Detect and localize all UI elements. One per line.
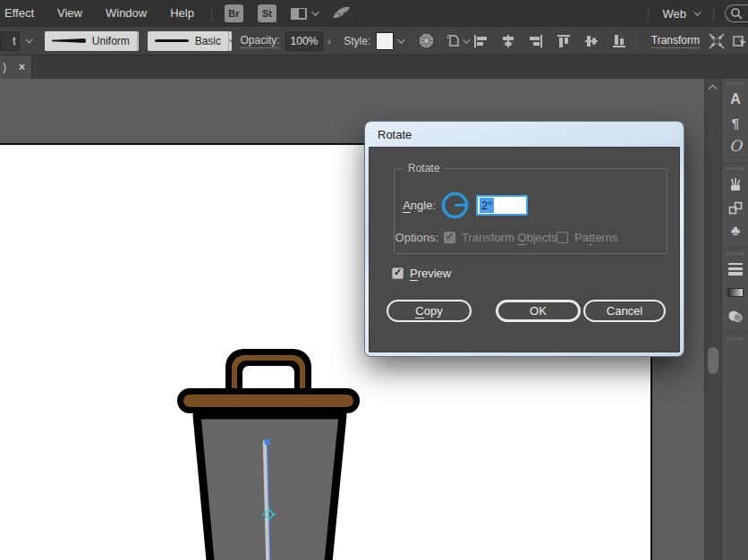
align-top-button[interactable] [556,33,572,49]
align-horizontal-center-button[interactable] [500,33,516,49]
panel-grip[interactable] [727,167,744,170]
align-bottom-button[interactable] [611,33,627,49]
align-bottom-icon [612,34,626,48]
isolate-selected-object-button[interactable] [709,33,725,49]
width-profile-value: Uniform [92,35,130,47]
menu-bar: Effect View Window Help Br St Web [0,0,748,27]
search-field[interactable] [725,4,748,22]
brushes-panel-icon[interactable] [722,173,748,196]
preview-checkbox[interactable] [392,267,404,279]
brush-definition-value: Basic [195,35,221,47]
transparency-panel-icon[interactable] [722,304,748,327]
close-tab-icon[interactable]: × [19,61,25,73]
angle-dial-icon [440,191,470,220]
align-left-button[interactable] [472,33,489,49]
style-swatch[interactable] [376,32,393,50]
symbols-panel-icon[interactable]: ♣ [722,219,748,242]
transform-patterns-checkbox [557,232,568,243]
width-profile-icon [52,38,86,43]
control-bar: t Uniform Basic Opacity: 100% › Style: [0,27,748,55]
scrollbar-thumb[interactable] [708,347,718,374]
gpu-performance-button[interactable] [331,4,353,22]
opentype-panel-icon[interactable]: O [722,134,748,157]
anchor-point-top[interactable] [265,439,270,445]
object-panel-group: ♣ [722,163,748,248]
align-vertical-center-button[interactable] [583,33,599,49]
opacity-arrow-button[interactable]: › [323,31,335,51]
empty-panel-group [722,333,748,512]
arrange-documents-icon [291,8,307,20]
options-label: Options: [385,231,438,244]
brush-definition-dropdown[interactable]: Basic [148,31,232,51]
arrange-documents-button[interactable] [291,8,317,20]
align-top-icon [557,34,571,48]
panel-grip[interactable] [727,337,744,340]
brush-stroke-icon [155,39,189,42]
menu-help[interactable]: Help [158,0,206,27]
stock-button[interactable]: St [258,4,276,22]
align-right-icon [529,34,543,48]
copy-button[interactable]: Copy [387,300,472,322]
trash-can-artwork[interactable] [161,329,376,560]
chevron-down-icon [398,36,405,43]
controlbar-separator [636,34,637,48]
stroke-panel-icon[interactable] [722,258,748,281]
document-tab-label: ) [3,61,6,73]
opacity-link[interactable]: Opacity: [241,34,280,48]
paragraph-panel-icon[interactable]: ¶ [722,111,748,134]
recolor-artwork-button[interactable] [419,33,434,49]
type-panel-group: A ¶ O [722,82,748,163]
stroke-weight-chevron-icon[interactable] [27,36,34,43]
stroke-weight-value[interactable]: t [0,31,20,51]
bridge-button[interactable]: Br [225,4,243,22]
align-left-icon [473,34,488,48]
opacity-value[interactable]: 100% [285,31,324,51]
ok-button[interactable]: OK [496,300,581,322]
menu-view[interactable]: View [46,0,94,27]
align-buttons [472,33,627,49]
brush-chevron[interactable] [228,31,232,51]
panel-grip[interactable] [727,82,744,85]
scroll-up-icon[interactable] [709,85,718,94]
transform-objects-label: Transform Objects [462,231,557,244]
menubar-separator [713,6,714,21]
character-panel-icon[interactable]: A [722,88,748,111]
workspace-switcher[interactable]: Web [654,7,709,21]
graphic-styles-panel-icon[interactable] [722,196,748,219]
preview-label: Preview [410,267,451,280]
angle-dial[interactable] [440,191,470,220]
select-similar-objects-button[interactable] [732,33,748,49]
align-right-button[interactable] [528,33,544,49]
angle-input[interactable]: 2° [476,195,528,216]
select-similar-icon [732,33,748,49]
cancel-button[interactable]: Cancel [583,300,666,322]
dialog-body: Rotate Angle: 2° Options: Transform Obje… [369,147,680,352]
panel-grip[interactable] [727,252,744,255]
style-label: Style: [344,35,370,47]
chevron-down-icon [463,36,470,43]
dialog-title: Rotate [378,128,412,141]
align-to-selection-dropdown[interactable] [446,33,469,49]
menu-effect[interactable]: Effect [0,0,46,27]
document-tab[interactable]: ) × [0,55,32,79]
align-horizontal-center-icon [501,34,515,48]
menubar-separator [648,6,649,21]
appearance-panel-group [722,248,748,333]
vertical-scrollbar[interactable] [704,79,721,560]
width-profile-dropdown[interactable]: Uniform [45,31,139,51]
style-chevron[interactable] [394,38,408,44]
transform-link[interactable]: Transform [651,34,700,48]
chevron-down-icon [229,36,231,43]
dialog-title-bar[interactable]: Rotate [369,122,680,147]
chevron-down-icon [693,8,701,15]
color-wheel-icon [419,33,434,48]
menu-window[interactable]: Window [94,0,158,27]
width-profile-chevron[interactable] [137,31,139,51]
workspace-label: Web [663,7,687,21]
controlbar-separator [439,34,440,48]
menubar-separator [211,6,212,21]
search-icon [730,7,743,20]
rotate-groupbox-label: Rotate [404,162,444,174]
trash-lid[interactable] [181,392,357,411]
gradient-panel-icon[interactable] [722,281,748,304]
